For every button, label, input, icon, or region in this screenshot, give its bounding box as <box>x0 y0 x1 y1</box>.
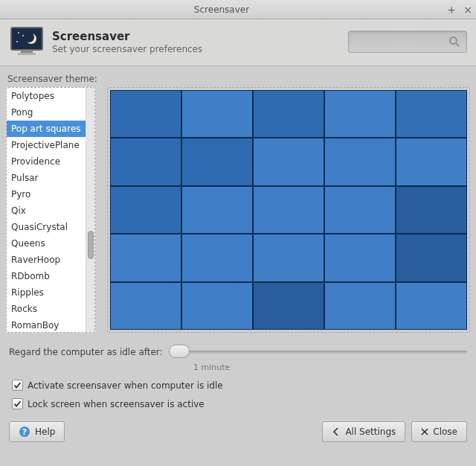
svg-point-2 <box>24 32 34 42</box>
back-arrow-icon <box>332 427 341 436</box>
preview-cell <box>110 138 181 185</box>
theme-list[interactable]: PolytopesPongPop art squaresProjectivePl… <box>6 87 95 333</box>
preview-cell <box>396 186 467 234</box>
scrollbar-track[interactable] <box>86 88 94 332</box>
lock-label: Lock screen when screensaver is active <box>28 399 205 409</box>
svg-point-5 <box>16 41 18 42</box>
svg-point-3 <box>18 32 19 33</box>
theme-item[interactable]: Rocks <box>7 301 86 317</box>
activate-label: Activate screensaver when computer is id… <box>28 380 223 391</box>
idle-value: 1 minute <box>193 363 470 372</box>
help-button[interactable]: ? Help <box>9 421 65 442</box>
close-button[interactable]: Close <box>411 421 467 442</box>
preview-cell <box>324 282 396 330</box>
screensaver-app-icon <box>9 25 45 58</box>
preview-cell <box>110 90 181 138</box>
theme-item[interactable]: Providence <box>7 153 86 170</box>
svg-line-9 <box>456 43 459 46</box>
preview-cell <box>324 234 396 281</box>
window-minimize-button[interactable]: + <box>443 1 460 18</box>
close-icon <box>421 428 428 435</box>
screensaver-preview <box>107 87 470 333</box>
preview-cell <box>181 282 253 330</box>
scrollbar-thumb[interactable] <box>88 231 94 259</box>
preview-cell <box>110 282 181 330</box>
theme-item[interactable]: RDbomb <box>7 268 86 284</box>
titlebar: Screensaver + × <box>0 0 476 19</box>
header: Screensaver Set your screensaver prefere… <box>0 19 476 66</box>
search-icon <box>448 36 460 48</box>
idle-slider[interactable] <box>169 343 467 361</box>
preview-cell <box>324 90 396 138</box>
theme-item[interactable]: Pop art squares <box>7 121 86 137</box>
svg-point-8 <box>450 37 457 44</box>
idle-label: Regard the computer as idle after: <box>9 347 163 357</box>
all-settings-button[interactable]: All Settings <box>322 421 405 442</box>
preview-cell <box>324 138 396 185</box>
theme-item[interactable]: Ripples <box>7 284 86 301</box>
preview-cell <box>110 234 181 281</box>
preview-cell <box>396 90 467 138</box>
preview-cell <box>396 138 467 185</box>
theme-item[interactable]: QuasiCrystal <box>7 219 86 235</box>
slider-thumb[interactable] <box>169 345 190 358</box>
theme-item[interactable]: ProjectivePlane <box>7 137 86 153</box>
page-subtitle: Set your screensaver preferences <box>52 44 348 54</box>
window-close-button[interactable]: × <box>460 1 476 18</box>
theme-item[interactable]: RomanBoy <box>7 317 86 332</box>
svg-rect-6 <box>21 50 33 53</box>
preview-cell <box>253 90 324 138</box>
checkbox-icon <box>12 380 23 391</box>
window-body: Screensaver Set your screensaver prefere… <box>0 19 476 450</box>
preview-cell <box>181 90 253 138</box>
theme-item[interactable]: Polytopes <box>7 88 86 104</box>
help-icon: ? <box>19 426 30 438</box>
preview-cell <box>181 138 253 185</box>
theme-item[interactable]: Pyro <box>7 186 86 202</box>
preview-cell <box>396 282 467 330</box>
window-title: Screensaver <box>0 4 443 15</box>
checkbox-icon <box>12 398 23 409</box>
theme-label: Screensaver theme: <box>7 74 470 84</box>
svg-point-4 <box>22 35 24 36</box>
page-title: Screensaver <box>52 30 348 43</box>
theme-item[interactable]: RaverHoop <box>7 252 86 268</box>
theme-item[interactable]: Pulsar <box>7 170 86 186</box>
preview-cell <box>324 186 396 234</box>
preview-cell <box>181 186 253 234</box>
lock-checkbox[interactable]: Lock screen when screensaver is active <box>12 398 470 409</box>
preview-cell <box>253 138 324 185</box>
preview-cell <box>396 234 467 281</box>
svg-rect-7 <box>18 53 36 55</box>
preview-cell <box>253 282 324 330</box>
search-input[interactable] <box>348 31 467 53</box>
preview-cell <box>181 234 253 281</box>
theme-item[interactable]: Pong <box>7 104 86 121</box>
svg-text:?: ? <box>22 427 27 437</box>
theme-item[interactable]: Queens <box>7 235 86 252</box>
activate-checkbox[interactable]: Activate screensaver when computer is id… <box>12 380 470 391</box>
preview-cell <box>253 234 324 281</box>
preview-cell <box>253 186 324 234</box>
theme-item[interactable]: Qix <box>7 202 86 219</box>
preview-cell <box>110 186 181 234</box>
